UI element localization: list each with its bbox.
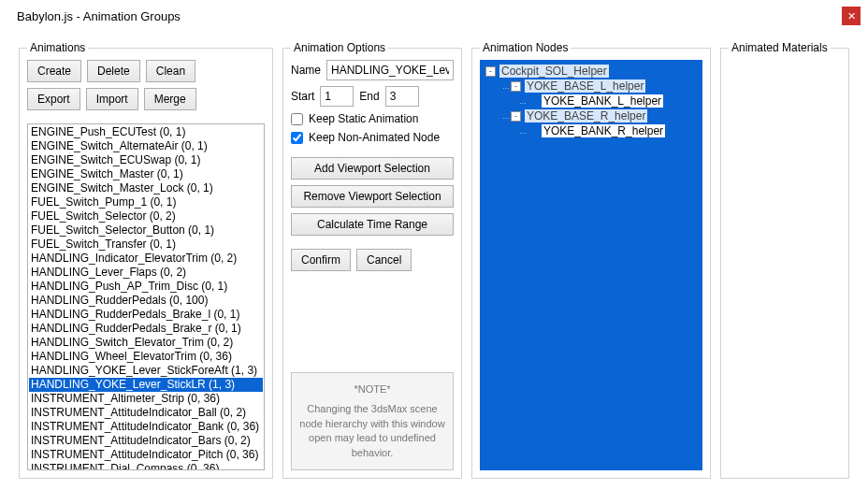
tree-node[interactable]: …-YOKE_BASE_R_helper <box>484 108 699 123</box>
panel-animations: Animations Create Delete Clean Export Im… <box>19 41 273 479</box>
keep-static-label[interactable]: Keep Static Animation <box>309 112 418 125</box>
list-item[interactable]: FUEL_Switch_Pump_1 (0, 1) <box>29 195 263 209</box>
keep-nonanim-row: Keep Non-Animated Node <box>291 131 454 144</box>
content: Animations Create Delete Clean Export Im… <box>19 41 849 479</box>
panel-options: Animation Options Name Start End Keep St… <box>282 41 462 479</box>
keep-nonanim-label[interactable]: Keep Non-Animated Node <box>309 131 440 144</box>
panel-materials-title: Animated Materials <box>729 41 831 54</box>
tree-node[interactable]: …-YOKE_BASE_L_helper <box>484 79 699 94</box>
tree-node-label[interactable]: YOKE_BASE_R_helper <box>525 109 647 122</box>
window-title: Babylon.js - Animation Groups <box>11 9 181 23</box>
panel-materials: Animated Materials <box>720 41 849 479</box>
close-button[interactable]: ✕ <box>842 7 861 25</box>
tree-node-label[interactable]: YOKE_BANK_L_helper <box>542 94 663 108</box>
keep-static-row: Keep Static Animation <box>291 112 454 125</box>
list-item[interactable]: ENGINE_Switch_Master_Lock (0, 1) <box>29 181 263 195</box>
list-item[interactable]: INSTRUMENT_Altimeter_Strip (0, 36) <box>29 392 263 406</box>
panel-nodes-title: Animation Nodes <box>480 41 571 54</box>
remove-viewport-button[interactable]: Remove Viewport Selection <box>291 185 454 208</box>
list-item[interactable]: HANDLING_Push_AP_Trim_Disc (0, 1) <box>29 280 263 294</box>
list-item[interactable]: HANDLING_RudderPedals_Brake_r (0, 1) <box>29 322 263 336</box>
animations-list[interactable]: ENGINE_Push_ECUTest (0, 1)ENGINE_Switch_… <box>27 123 265 470</box>
delete-button[interactable]: Delete <box>87 60 140 82</box>
tree-node-label[interactable]: Cockpit_SOL_Helper <box>499 65 609 78</box>
close-icon: ✕ <box>847 11 856 22</box>
list-item[interactable]: FUEL_Switch_Selector_Button (0, 1) <box>29 223 263 238</box>
name-row: Name <box>291 60 454 80</box>
range-row: Start End <box>291 86 454 107</box>
tree-toggle-icon[interactable]: - <box>511 81 521 92</box>
keep-nonanim-checkbox[interactable] <box>291 132 303 144</box>
note-body: Changing the 3dsMax scene node hierarchy… <box>297 402 447 460</box>
list-item[interactable]: INSTRUMENT_AttitudeIndicator_Bars (0, 2) <box>29 434 263 448</box>
note-box: *NOTE* Changing the 3dsMax scene node hi… <box>291 372 454 470</box>
cancel-button[interactable]: Cancel <box>356 249 412 271</box>
start-input[interactable] <box>320 86 354 107</box>
name-label: Name <box>291 64 321 77</box>
panel-options-title: Animation Options <box>291 41 388 54</box>
node-tree[interactable]: -Cockpit_SOL_Helper…-YOKE_BASE_L_helper…… <box>480 60 702 470</box>
panel-nodes: Animation Nodes -Cockpit_SOL_Helper…-YOK… <box>471 41 711 479</box>
tree-node[interactable]: -Cockpit_SOL_Helper <box>484 64 699 79</box>
animations-buttons-row1: Create Delete Clean <box>27 60 265 82</box>
list-item[interactable]: INSTRUMENT_AttitudeIndicator_Ball (0, 2) <box>29 406 263 420</box>
end-label: End <box>359 90 379 103</box>
list-item[interactable]: INSTRUMENT_AttitudeIndicator_Bank (0, 36… <box>29 420 263 434</box>
add-viewport-button[interactable]: Add Viewport Selection <box>291 157 454 180</box>
import-button[interactable]: Import <box>86 88 138 110</box>
tree-node[interactable]: …YOKE_BANK_R_helper <box>484 123 699 138</box>
start-label: Start <box>291 90 314 103</box>
confirm-button[interactable]: Confirm <box>291 249 351 271</box>
tree-node-label[interactable]: YOKE_BANK_R_helper <box>542 124 665 137</box>
tree-toggle-icon[interactable]: - <box>485 66 496 77</box>
list-item[interactable]: INSTRUMENT_AttitudeIndicator_Pitch (0, 3… <box>29 448 263 462</box>
name-input[interactable] <box>326 60 454 80</box>
list-item[interactable]: HANDLING_YOKE_Lever_StickForeAft (1, 3) <box>29 364 263 378</box>
list-item[interactable]: ENGINE_Switch_Master (0, 1) <box>29 167 263 181</box>
list-item[interactable]: HANDLING_RudderPedals_Brake_l (0, 1) <box>29 308 263 322</box>
list-item[interactable]: HANDLING_YOKE_Lever_StickLR (1, 3) <box>29 378 263 392</box>
list-item[interactable]: FUEL_Switch_Transfer (0, 1) <box>29 238 263 252</box>
list-item[interactable]: HANDLING_Switch_Elevator_Trim (0, 2) <box>29 336 263 350</box>
animations-buttons-row2: Export Import Merge <box>27 88 265 110</box>
list-item[interactable]: ENGINE_Switch_AlternateAir (0, 1) <box>29 139 263 153</box>
keep-static-checkbox[interactable] <box>291 113 303 125</box>
list-item[interactable]: ENGINE_Switch_ECUSwap (0, 1) <box>29 153 263 167</box>
window: Babylon.js - Animation Groups ✕ Animatio… <box>0 0 868 490</box>
calc-range-button[interactable]: Calculate Time Range <box>291 213 454 236</box>
confirm-cancel-row: Confirm Cancel <box>291 249 454 271</box>
list-item[interactable]: HANDLING_Lever_Flaps (0, 2) <box>29 266 263 280</box>
clean-button[interactable]: Clean <box>146 60 195 82</box>
list-item[interactable]: HANDLING_Indicator_ElevatorTrim (0, 2) <box>29 252 263 266</box>
titlebar: Babylon.js - Animation Groups ✕ <box>0 0 868 32</box>
tree-node[interactable]: …YOKE_BANK_L_helper <box>484 94 699 108</box>
end-input[interactable] <box>385 86 419 107</box>
list-item[interactable]: HANDLING_Wheel_ElevatorTrim (0, 36) <box>29 350 263 364</box>
list-item[interactable]: FUEL_Switch_Selector (0, 2) <box>29 209 263 223</box>
list-item[interactable]: ENGINE_Push_ECUTest (0, 1) <box>29 125 263 139</box>
tree-node-label[interactable]: YOKE_BASE_L_helper <box>525 79 645 93</box>
list-item[interactable]: INSTRUMENT_Dial_Compass (0, 36) <box>29 462 263 470</box>
panel-animations-title: Animations <box>27 41 88 54</box>
note-title: *NOTE* <box>297 382 447 396</box>
create-button[interactable]: Create <box>27 60 81 82</box>
export-button[interactable]: Export <box>27 88 80 110</box>
list-item[interactable]: HANDLING_RudderPedals (0, 100) <box>29 294 263 308</box>
merge-button[interactable]: Merge <box>144 88 196 110</box>
tree-toggle-icon[interactable]: - <box>511 111 521 122</box>
